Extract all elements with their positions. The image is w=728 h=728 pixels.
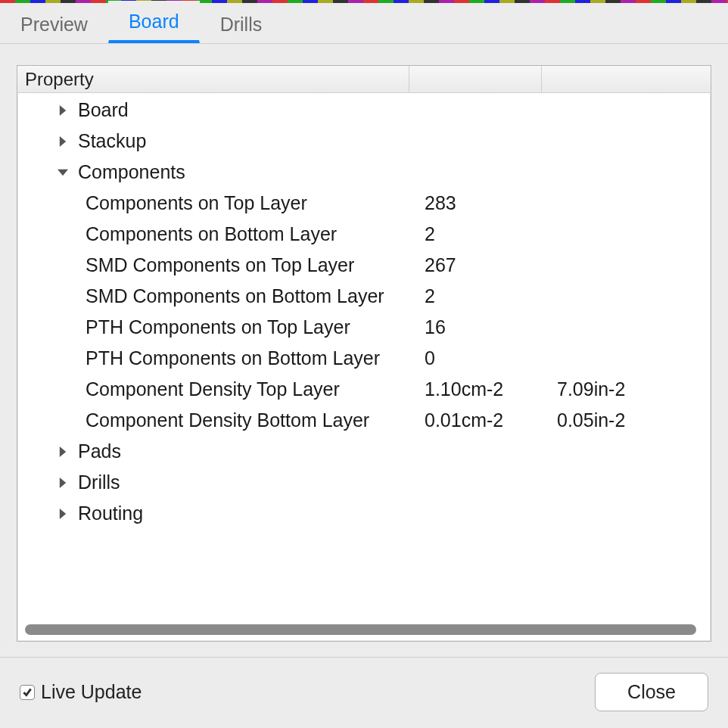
header-property[interactable]: Property	[17, 66, 409, 92]
table-header: Property	[17, 66, 711, 93]
property-row[interactable]: PTH Components on Top Layer16	[17, 312, 711, 343]
tree-body[interactable]: Board Stackup Components Components on T…	[17, 93, 711, 624]
close-button[interactable]: Close	[595, 673, 708, 711]
chevron-right-icon[interactable]	[54, 136, 72, 147]
property-label: Components on Top Layer	[17, 190, 417, 216]
chevron-right-icon[interactable]	[54, 446, 72, 457]
property-value-1: 267	[417, 252, 549, 278]
tab-preview[interactable]: Preview	[0, 4, 108, 43]
property-value-1: 2	[417, 221, 549, 247]
tree-label: Routing	[78, 500, 143, 527]
tree-label: Drills	[78, 469, 120, 496]
property-value-2: 0.05in-2	[549, 407, 711, 434]
header-value1[interactable]	[409, 66, 542, 92]
header-value2[interactable]	[542, 66, 711, 92]
property-row[interactable]: Components on Top Layer283	[17, 188, 711, 219]
property-value-1: 1.10cm-2	[417, 376, 549, 403]
property-row[interactable]: PTH Components on Bottom Layer0	[17, 343, 711, 374]
property-label: SMD Components on Bottom Layer	[17, 283, 417, 310]
live-update-checkbox[interactable]: Live Update	[20, 681, 142, 703]
tree-label: Stackup	[78, 128, 146, 154]
tree-item-components[interactable]: Components	[17, 157, 711, 188]
property-panel: Property Board Stackup Com	[17, 65, 711, 642]
footer: Live Update Close	[0, 657, 728, 728]
property-value-1: 283	[417, 190, 549, 216]
horizontal-scrollbar[interactable]	[25, 624, 703, 635]
property-row[interactable]: Components on Bottom Layer2	[17, 219, 711, 250]
tree-item-pads[interactable]: Pads	[17, 436, 711, 467]
scrollbar-thumb[interactable]	[25, 624, 696, 635]
property-row[interactable]: Component Density Top Layer1.10cm-27.09i…	[17, 374, 711, 405]
chevron-right-icon[interactable]	[54, 509, 72, 519]
chevron-right-icon[interactable]	[54, 478, 72, 488]
tab-bar: Preview Board Drills	[0, 3, 728, 44]
tab-drills[interactable]: Drills	[200, 4, 283, 43]
chevron-right-icon[interactable]	[54, 105, 72, 116]
content-area: Property Board Stackup Com	[0, 44, 728, 657]
property-row[interactable]: SMD Components on Bottom Layer2	[17, 281, 711, 312]
property-value-1: 16	[417, 314, 549, 341]
tree-item-board[interactable]: Board	[17, 95, 711, 126]
property-label: PTH Components on Bottom Layer	[17, 345, 417, 372]
chevron-down-icon[interactable]	[54, 167, 72, 178]
tree-item-routing[interactable]: Routing	[17, 498, 711, 529]
tree-label: Pads	[78, 438, 121, 465]
property-label: Components on Bottom Layer	[17, 221, 417, 247]
tree-item-stackup[interactable]: Stackup	[17, 126, 711, 157]
property-label: PTH Components on Top Layer	[17, 314, 417, 341]
checkbox-box[interactable]	[20, 685, 35, 700]
tree-label: Board	[78, 97, 129, 123]
property-label: SMD Components on Top Layer	[17, 252, 417, 278]
property-row[interactable]: SMD Components on Top Layer267	[17, 250, 711, 281]
tree-item-drills[interactable]: Drills	[17, 467, 711, 498]
property-value-2: 7.09in-2	[549, 376, 711, 403]
tab-board[interactable]: Board	[108, 1, 200, 43]
property-value-1: 0.01cm-2	[417, 407, 549, 434]
property-row[interactable]: Component Density Bottom Layer0.01cm-20.…	[17, 405, 711, 436]
live-update-label: Live Update	[41, 681, 142, 703]
property-value-1: 2	[417, 283, 549, 310]
property-value-1: 0	[417, 345, 549, 372]
tree-label: Components	[78, 159, 185, 185]
property-label: Component Density Bottom Layer	[17, 407, 417, 434]
property-label: Component Density Top Layer	[17, 376, 417, 403]
